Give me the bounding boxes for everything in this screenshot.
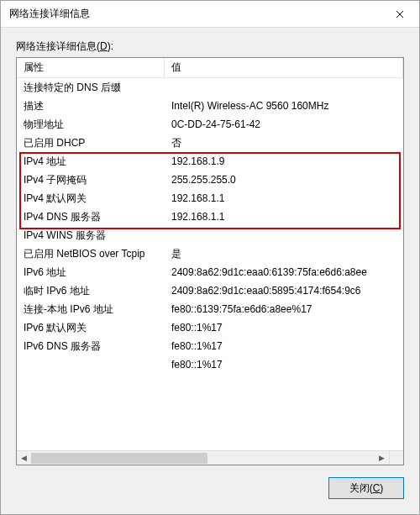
list-item[interactable]: 已启用 DHCP否 — [17, 134, 403, 152]
property-cell: 描述 — [17, 99, 165, 113]
list-item[interactable]: IPv6 默认网关fe80::1%17 — [17, 318, 403, 337]
value-cell: fe80::1%17 — [165, 322, 403, 334]
list-item[interactable]: 物理地址0C-DD-24-75-61-42 — [17, 115, 403, 134]
property-cell: 已启用 DHCP — [17, 136, 165, 150]
property-cell: 连接-本地 IPv6 地址 — [17, 302, 165, 317]
property-cell: 连接特定的 DNS 后缀 — [17, 81, 165, 95]
value-cell: fe80::6139:75fa:e6d6:a8ee%17 — [165, 303, 403, 315]
list-item[interactable]: IPv6 DNS 服务器fe80::1%17 — [17, 337, 403, 355]
value-cell: 否 — [165, 136, 403, 150]
list-item[interactable]: IPv4 默认网关192.168.1.1 — [17, 189, 403, 208]
horizontal-scrollbar[interactable]: ◀ ▶ — [17, 450, 389, 465]
value-cell: Intel(R) Wireless-AC 9560 160MHz — [165, 100, 403, 112]
list-header: 属性 值 — [17, 58, 403, 78]
list-item[interactable]: 连接-本地 IPv6 地址fe80::6139:75fa:e6d6:a8ee%1… — [17, 300, 403, 318]
scroll-track[interactable] — [31, 451, 375, 465]
property-cell: IPv4 子网掩码 — [17, 173, 165, 187]
list-item[interactable]: fe80::1%17 — [17, 355, 403, 374]
scroll-thumb[interactable] — [31, 453, 207, 464]
scroll-right-button[interactable]: ▶ — [375, 451, 389, 465]
header-property[interactable]: 属性 — [17, 58, 165, 77]
property-cell: 临时 IPv6 地址 — [17, 284, 165, 298]
titlebar: 网络连接详细信息 — [1, 1, 419, 28]
scroll-left-button[interactable]: ◀ — [17, 451, 31, 465]
list-item[interactable]: 描述Intel(R) Wireless-AC 9560 160MHz — [17, 97, 403, 115]
button-row: 关闭(C) — [16, 465, 404, 507]
list-item[interactable]: IPv6 地址2409:8a62:9d1c:eaa0:6139:75fa:e6d… — [17, 263, 403, 281]
list-item[interactable]: IPv4 WINS 服务器 — [17, 226, 403, 244]
header-value[interactable]: 值 — [165, 58, 403, 77]
property-cell: IPv6 地址 — [17, 265, 165, 280]
value-cell: fe80::1%17 — [165, 340, 403, 352]
value-cell: 是 — [165, 247, 403, 261]
dialog-window: 网络连接详细信息 网络连接详细信息(D): 属性 值 连接特定的 DNS 后缀描… — [0, 0, 420, 515]
list-item[interactable]: 已启用 NetBIOS over Tcpip是 — [17, 244, 403, 263]
property-cell: IPv4 WINS 服务器 — [17, 229, 165, 243]
value-cell: 0C-DD-24-75-61-42 — [165, 118, 403, 130]
property-cell: IPv6 DNS 服务器 — [17, 339, 165, 354]
property-cell: IPv6 默认网关 — [17, 321, 165, 335]
close-button[interactable]: 关闭(C) — [328, 477, 404, 499]
list-item[interactable]: 连接特定的 DNS 后缀 — [17, 78, 403, 97]
content-area: 网络连接详细信息(D): 属性 值 连接特定的 DNS 后缀描述Intel(R)… — [1, 28, 419, 514]
value-cell: fe80::1%17 — [165, 359, 403, 370]
window-close-button[interactable] — [381, 1, 419, 28]
value-cell: 192.168.1.1 — [165, 211, 403, 223]
close-icon — [396, 10, 404, 18]
list-item[interactable]: IPv4 子网掩码255.255.255.0 — [17, 171, 403, 189]
window-title: 网络连接详细信息 — [9, 7, 90, 21]
details-label: 网络连接详细信息(D): — [16, 39, 404, 54]
property-cell: IPv4 DNS 服务器 — [17, 210, 165, 224]
list-item[interactable]: IPv4 地址192.168.1.9 — [17, 152, 403, 171]
value-cell: 255.255.255.0 — [165, 174, 403, 186]
property-cell: IPv4 地址 — [17, 155, 165, 169]
value-cell: 192.168.1.9 — [165, 155, 403, 167]
scrollbar-corner — [389, 450, 403, 465]
value-cell: 192.168.1.1 — [165, 192, 403, 204]
details-list: 属性 值 连接特定的 DNS 后缀描述Intel(R) Wireless-AC … — [16, 57, 404, 465]
value-cell: 2409:8a62:9d1c:eaa0:6139:75fa:e6d6:a8ee — [165, 266, 403, 278]
property-cell: 已启用 NetBIOS over Tcpip — [17, 247, 165, 261]
list-item[interactable]: 临时 IPv6 地址2409:8a62:9d1c:eaa0:5895:4174:… — [17, 281, 403, 300]
property-cell: IPv4 默认网关 — [17, 192, 165, 206]
value-cell: 2409:8a62:9d1c:eaa0:5895:4174:f654:9c6 — [165, 285, 403, 297]
list-item[interactable]: IPv4 DNS 服务器192.168.1.1 — [17, 208, 403, 226]
property-cell: 物理地址 — [17, 118, 165, 132]
list-rows: 连接特定的 DNS 后缀描述Intel(R) Wireless-AC 9560 … — [17, 78, 403, 374]
